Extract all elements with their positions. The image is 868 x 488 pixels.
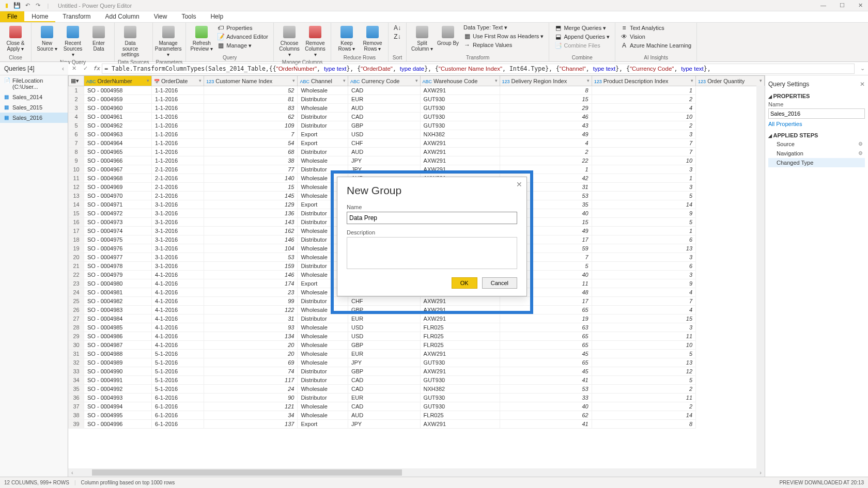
replace-values-button[interactable]: →Replace Values (461, 41, 546, 49)
refresh-preview-button[interactable]: Refresh Preview ▾ (189, 24, 214, 53)
cell[interactable]: 5-1-2016 (152, 350, 204, 358)
new-source-button[interactable]: New Source ▾ (35, 24, 59, 53)
tab-tools[interactable]: Tools (174, 11, 203, 22)
table-row[interactable]: 37SO - 00049946-1-2016121WholesaleCADGUT… (69, 402, 765, 411)
cell[interactable]: CAD (348, 86, 420, 95)
cell[interactable]: Wholesale (298, 385, 348, 393)
cell[interactable]: 38 (204, 156, 298, 165)
minimize-button[interactable]: — (818, 2, 828, 9)
cell[interactable]: 1-1-2016 (152, 113, 204, 121)
cell[interactable]: 65 (500, 358, 592, 367)
cell[interactable]: SO - 0004988 (84, 350, 152, 358)
horizontal-scrollbar[interactable]: ‹ › (68, 468, 765, 477)
cell[interactable]: 5 (592, 218, 695, 227)
cell[interactable]: 4-1-2016 (152, 306, 204, 314)
remove-rows-button[interactable]: Remove Rows ▾ (360, 24, 385, 53)
column-header[interactable]: 123Order Quantity▾ (696, 76, 765, 86)
manage-button[interactable]: ▦Manage ▾ (215, 41, 270, 50)
column-header[interactable]: ABCOrderNumber▾ (84, 76, 152, 86)
cell[interactable]: SO - 0004979 (84, 271, 152, 279)
table-row[interactable]: 31SO - 00049885-1-201620WholesaleEURAXW2… (69, 350, 765, 358)
close-apply-button[interactable]: Close & Apply ▾ (3, 24, 28, 53)
cell[interactable]: Distributor (298, 95, 348, 104)
cell[interactable]: 145 (204, 192, 298, 200)
close-window-button[interactable]: ✕ (856, 2, 865, 9)
cell[interactable]: 3-1-2016 (152, 262, 204, 271)
cell[interactable]: 14 (592, 200, 695, 209)
step-gear-icon[interactable]: ⚙ (858, 150, 863, 156)
cell[interactable]: 62 (204, 113, 298, 121)
cell[interactable]: SO - 0004967 (84, 165, 152, 174)
cell[interactable]: 6-1-2016 (152, 411, 204, 420)
group-by-button[interactable]: Group By (436, 24, 460, 47)
table-row[interactable]: 29SO - 00049864-1-2016134WholesaleUSDFLR… (69, 332, 765, 341)
cell[interactable]: 146 (204, 271, 298, 279)
cell[interactable]: 1-1-2016 (152, 139, 204, 148)
recent-sources-button[interactable]: Recent Sources ▾ (60, 24, 85, 58)
cell[interactable]: SO - 0004963 (84, 130, 152, 139)
cell[interactable]: AXW291 (420, 350, 500, 358)
cell[interactable]: 45 (500, 350, 592, 358)
tab-help[interactable]: Help (203, 11, 230, 22)
cell[interactable]: 6 (592, 262, 695, 271)
cell[interactable]: 77 (204, 165, 298, 174)
cell[interactable]: 8 (500, 86, 592, 95)
cell[interactable]: Export (298, 130, 348, 139)
cell[interactable]: 4 (592, 288, 695, 297)
cell[interactable]: 6 (592, 235, 695, 244)
cell[interactable]: Distributor (298, 393, 348, 402)
column-header[interactable]: ABCCurrency Code▾ (348, 76, 420, 86)
cell[interactable]: 129 (204, 200, 298, 209)
formula-expand-icon[interactable]: ⌄ (857, 65, 868, 72)
cell[interactable]: 99 (204, 297, 298, 306)
cell[interactable]: AUD (348, 411, 420, 420)
tab-file[interactable]: File (0, 11, 24, 22)
corner-cell[interactable]: ▦▾ (69, 76, 84, 86)
cell[interactable]: 24 (204, 385, 298, 393)
cell[interactable]: Wholesale (298, 358, 348, 367)
cell[interactable]: 1 (592, 86, 695, 95)
cell[interactable]: SO - 0004960 (84, 104, 152, 113)
advanced-editor-button[interactable]: 📝Advanced Editor (215, 33, 270, 41)
cell[interactable]: 3-1-2016 (152, 253, 204, 262)
cell[interactable]: Wholesale (298, 86, 348, 95)
cell[interactable]: 3-1-2016 (152, 209, 204, 218)
cell[interactable]: 20 (204, 350, 298, 358)
cell[interactable]: SO - 0004962 (84, 121, 152, 130)
cell[interactable]: 121 (204, 402, 298, 411)
cell[interactable]: 3 (592, 183, 695, 192)
redo-icon[interactable]: ↷ (34, 2, 41, 9)
cell[interactable]: SO - 0004981 (84, 288, 152, 297)
table-row[interactable]: 5SO - 00049621-1-2016109DistributorGBPGU… (69, 121, 765, 130)
cell[interactable]: 2 (592, 402, 695, 411)
cell[interactable]: GUT930 (420, 376, 500, 385)
cell[interactable]: AUD (348, 148, 420, 156)
table-row[interactable]: 39SO - 00049966-1-2016137ExportJPYAXW291… (69, 420, 765, 429)
properties-button[interactable]: 🏷Properties (215, 24, 270, 32)
cell[interactable]: AXW291 (420, 420, 500, 429)
cell[interactable]: 12 (592, 367, 695, 376)
cell[interactable]: 53 (204, 253, 298, 262)
cell[interactable]: Export (298, 420, 348, 429)
cell[interactable]: 1-1-2016 (152, 148, 204, 156)
cell[interactable]: CHF (348, 139, 420, 148)
cell[interactable]: 2 (592, 385, 695, 393)
cell[interactable]: 174 (204, 279, 298, 288)
table-row[interactable]: 38SO - 00049956-1-201634WholesaleAUDFLR0… (69, 411, 765, 420)
cell[interactable]: 45 (500, 367, 592, 376)
cell[interactable]: 10 (592, 341, 695, 350)
close-settings-icon[interactable]: ✕ (860, 81, 865, 88)
cell[interactable]: 53 (500, 385, 592, 393)
maximize-button[interactable]: ☐ (838, 2, 847, 9)
cell[interactable]: 2 (592, 121, 695, 130)
merge-queries-button[interactable]: ⬒Merge Queries ▾ (552, 24, 612, 32)
cell[interactable]: 6-1-2016 (152, 393, 204, 402)
cell[interactable]: NXH382 (420, 130, 500, 139)
data-source-settings-button[interactable]: Data source settings (118, 24, 143, 58)
cell[interactable]: 46 (500, 113, 592, 121)
cell[interactable]: 19 (500, 314, 592, 323)
all-properties-link[interactable]: All Properties (768, 119, 865, 129)
formula-cancel-icon[interactable]: ✕ (68, 65, 80, 72)
table-row[interactable]: 30SO - 00049874-1-201620WholesaleGBPFLR0… (69, 341, 765, 350)
formula-input[interactable]: = Table.TransformColumnTypes(Sales_2014_… (102, 64, 855, 74)
